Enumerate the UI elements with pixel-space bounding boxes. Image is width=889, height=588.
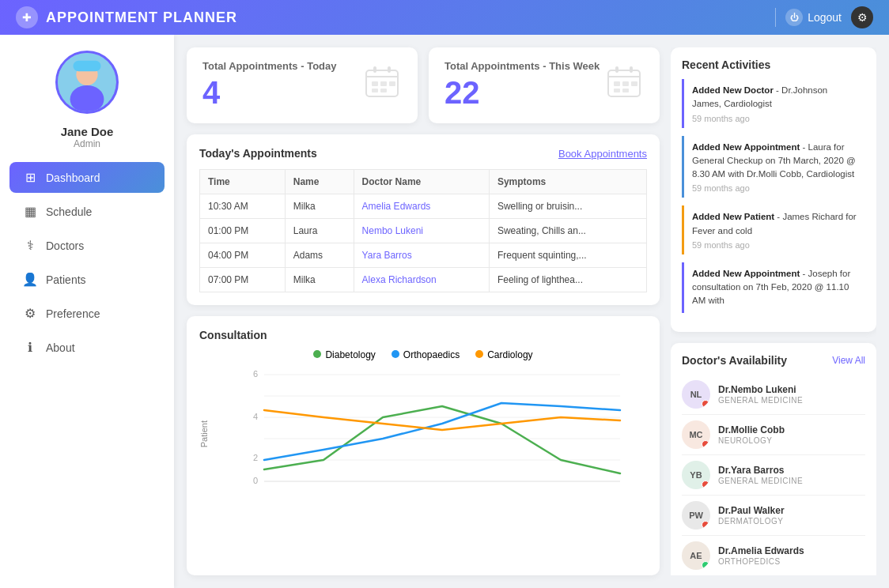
activity-text: Added New Appointment - Joseph for consu…: [692, 267, 857, 308]
stat-week-icon: [604, 62, 644, 109]
svg-rect-20: [614, 89, 620, 92]
appointments-card: Today's Appointments Book Appointments T…: [187, 134, 660, 305]
cell-time: 04:00 PM: [200, 243, 286, 268]
sidebar-item-doctors[interactable]: ⚕ Doctors: [9, 230, 165, 261]
activities-title: Recent Activities: [682, 58, 865, 71]
doctor-info: Dr.Paul Walker DERMATOLOGY: [718, 505, 865, 526]
cell-time: 01:00 PM: [200, 219, 286, 243]
doctor-specialty: NEUROLOGY: [718, 436, 865, 445]
doctor-status-indicator: [702, 440, 709, 448]
cell-doctor[interactable]: Yara Barros: [354, 243, 489, 268]
header-left: ✚ APPOINTMENT PLANNER: [16, 6, 237, 28]
list-item: MC Dr.Mollie Cobb NEUROLOGY: [682, 415, 865, 455]
doctor-avatar: NL: [682, 380, 710, 409]
table-row: 01:00 PM Laura Nembo Lukeni Sweating, Ch…: [200, 219, 647, 243]
activities-list: Added New Doctor - Dr.Johnson James, Car…: [682, 79, 865, 313]
svg-rect-15: [615, 66, 619, 73]
doctor-name: Dr.Mollie Cobb: [718, 424, 865, 435]
svg-text:6: 6: [253, 369, 258, 379]
sidebar-item-preference[interactable]: ⚙ Preference: [9, 298, 165, 329]
table-row: 10:30 AM Milka Amelia Edwards Swelling o…: [200, 194, 647, 219]
activity-bold: Added New Appointment: [692, 142, 800, 152]
activity-bold: Added New Patient: [692, 212, 774, 221]
app-title: APPOINTMENT PLANNER: [46, 9, 237, 26]
doctor-status-indicator: [702, 521, 709, 529]
svg-rect-19: [631, 81, 637, 86]
user-name: Jane Doe: [61, 125, 114, 138]
cell-doctor[interactable]: Amelia Edwards: [354, 194, 489, 219]
activity-time: 59 months ago: [692, 183, 857, 193]
cell-time: 10:30 AM: [200, 194, 286, 219]
main-layout: Jane Doe Admin ⊞ Dashboard ▦ Schedule ⚕ …: [0, 35, 889, 588]
doctor-initials: YB: [690, 470, 702, 480]
doctor-initials: AE: [690, 551, 702, 560]
github-icon[interactable]: ⚙: [851, 6, 873, 28]
svg-point-2: [70, 85, 104, 112]
doctor-link: Yara Barros: [362, 250, 412, 261]
cell-doctor[interactable]: Nembo Lukeni: [354, 219, 489, 243]
activity-bold: Added New Doctor: [692, 85, 774, 95]
doctor-avatar: PW: [682, 501, 710, 530]
cell-symptoms: Frequent squinting,...: [489, 243, 646, 268]
activities-card: Recent Activities Added New Doctor - Dr.…: [671, 47, 876, 332]
activity-item: Added New Appointment - Joseph for consu…: [682, 262, 865, 313]
sidebar-label-dashboard: Dashboard: [46, 172, 100, 184]
svg-rect-7: [388, 66, 391, 73]
cell-doctor[interactable]: Alexa Richardson: [354, 268, 489, 292]
svg-rect-17: [614, 81, 620, 86]
doctor-info: Dr.Nembo Lukeni GENERAL MEDICINE: [718, 384, 865, 405]
cell-name: Adams: [285, 243, 354, 268]
doctor-avatar: YB: [682, 461, 710, 489]
cell-symptoms: Swelling or bruisin...: [489, 194, 646, 219]
sidebar-item-dashboard[interactable]: ⊞ Dashboard: [9, 162, 165, 193]
availability-header: Doctor's Availability View All: [682, 354, 865, 367]
doctor-name: Dr.Nembo Lukeni: [718, 384, 865, 395]
doctor-status-indicator: [702, 481, 709, 488]
appointments-title: Today's Appointments: [199, 147, 317, 160]
svg-text:4: 4: [253, 412, 258, 421]
activity-text: Added New Doctor - Dr.Johnson James, Car…: [692, 84, 857, 111]
legend-cardiology: Cardiology: [475, 349, 532, 360]
logout-button[interactable]: ⏻ Logout: [785, 9, 842, 26]
dashboard-icon: ⊞: [22, 170, 38, 185]
doctor-initials: PW: [689, 511, 703, 520]
doctor-avatar: MC: [682, 420, 710, 449]
col-symptoms: Symptoms: [489, 170, 646, 194]
activity-item: Added New Patient - James Richard for Fe…: [682, 205, 865, 254]
view-all-link[interactable]: View All: [832, 355, 865, 366]
cell-name: Milka: [285, 268, 354, 292]
svg-rect-11: [372, 89, 378, 92]
logout-label: Logout: [808, 11, 842, 24]
stat-week-value: 22: [444, 75, 600, 111]
stat-today-info: Total Appointments - Today 4: [202, 60, 336, 111]
svg-rect-18: [622, 81, 629, 86]
svg-rect-8: [372, 81, 378, 86]
cell-symptoms: Feeling of lighthea...: [489, 268, 646, 292]
doctor-specialty: GENERAL MEDICINE: [718, 396, 865, 405]
header-right: ⏻ Logout ⚙: [775, 6, 873, 28]
sidebar-label-patients: Patients: [46, 273, 86, 286]
sidebar-item-patients[interactable]: 👤 Patients: [9, 264, 165, 295]
availability-title: Doctor's Availability: [682, 354, 787, 367]
sidebar-label-preference: Preference: [46, 307, 100, 320]
doctors-list: NL Dr.Nembo Lukeni GENERAL MEDICINE MC D…: [682, 375, 865, 575]
svg-rect-6: [373, 66, 376, 73]
doctor-link: Alexa Richardson: [362, 274, 437, 285]
appointments-table: Time Name Doctor Name Symptoms 10:30 AM …: [199, 169, 647, 292]
activity-item: Added New Appointment - Laura for Genera…: [682, 136, 865, 198]
consultation-title: Consultation: [199, 329, 647, 341]
doctor-specialty: ORTHOPEDICS: [718, 557, 865, 566]
stat-today-value: 4: [202, 75, 336, 111]
doctor-info: Dr.Mollie Cobb NEUROLOGY: [718, 424, 865, 445]
appointments-header: Today's Appointments Book Appointments: [199, 147, 647, 160]
activity-bold: Added New Appointment: [692, 269, 800, 278]
svg-rect-21: [622, 89, 629, 92]
book-appointments-link[interactable]: Book Appointments: [558, 148, 647, 160]
sidebar-item-schedule[interactable]: ▦ Schedule: [9, 196, 165, 227]
stat-today-label: Total Appointments - Today: [202, 60, 336, 72]
appointments-thead: Time Name Doctor Name Symptoms: [200, 170, 647, 194]
sidebar-item-about[interactable]: ℹ About: [9, 332, 165, 363]
chart-legend: Diabetology Orthopaedics Cardiology: [199, 349, 647, 360]
cell-name: Laura: [285, 219, 354, 243]
activity-item: Added New Doctor - Dr.Johnson James, Car…: [682, 79, 865, 128]
